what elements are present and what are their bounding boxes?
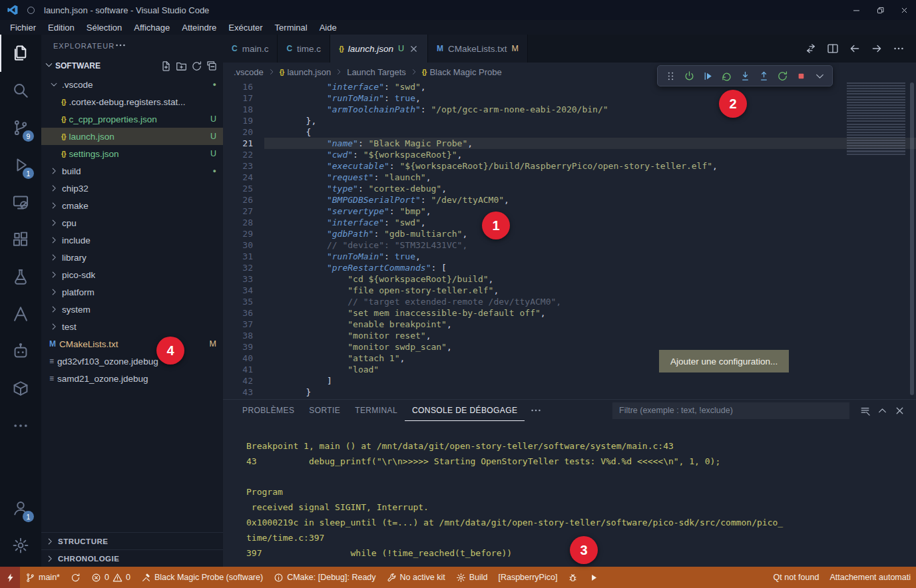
status-auto-attach[interactable]: Attachement automati (824, 567, 916, 588)
step-over-button[interactable] (699, 67, 716, 84)
code-line-44[interactable]: 44 ] (223, 398, 916, 399)
line-number[interactable]: 33 (223, 273, 264, 285)
code-line-33[interactable]: 33 "cd ${workspaceRoot}/build", (223, 273, 916, 285)
tab-main-c[interactable]: Cmain.c (223, 35, 278, 63)
panel-tab-sortie[interactable]: SORTIE (302, 400, 347, 421)
more-actions-icon[interactable] (893, 43, 905, 55)
maximize-panel-button[interactable] (873, 402, 891, 419)
clear-console-button[interactable] (856, 402, 873, 419)
code-line-29[interactable]: 29 "gdbPath": "gdb-multiarch", (223, 228, 916, 239)
line-number[interactable]: 37 (223, 319, 264, 330)
line-number[interactable]: 43 (223, 386, 264, 398)
menu-aide[interactable]: Aide (314, 23, 343, 33)
activity-search[interactable] (0, 72, 41, 109)
status-cmake-status[interactable]: CMake: [Debug]: Ready (268, 567, 381, 588)
activity-run-debug[interactable]: 1 (0, 146, 41, 184)
activity-testing[interactable] (0, 258, 41, 295)
code-line-23[interactable]: 23 "executable": "${workspaceRoot}/build… (223, 160, 916, 172)
tree-item-platform[interactable]: platform (41, 283, 223, 301)
code-line-35[interactable]: 35 // "target extended-remote /dev/ttyAC… (223, 296, 916, 307)
code-line-37[interactable]: 37 "enable breakpoint", (223, 319, 916, 330)
tree-item-samd21-ozone-jdebug[interactable]: ≡samd21_ozone.jdebug (41, 370, 223, 387)
breadcrumb-item-launch-targets[interactable]: Launch Targets (347, 67, 406, 77)
activity-account[interactable]: 1 (0, 490, 41, 527)
menu-ex-cuter[interactable]: Exécuter (222, 23, 268, 33)
line-number[interactable]: 27 (223, 206, 264, 217)
code-line-21[interactable]: 21 "name": "Black Magic Probe", (223, 138, 916, 149)
new-file-icon[interactable] (160, 61, 172, 72)
tree-item-library[interactable]: library (41, 249, 223, 266)
activity-settings[interactable] (0, 527, 41, 564)
code-line-40[interactable]: 40 "attach 1", (223, 353, 916, 364)
line-number[interactable]: 36 (223, 307, 264, 319)
continue-button[interactable] (680, 67, 698, 84)
code-line-43[interactable]: 43 } (223, 386, 916, 398)
step-into-button[interactable] (736, 67, 754, 84)
console-filter-input[interactable] (612, 402, 849, 419)
menu-fichier[interactable]: Fichier (4, 23, 42, 33)
status-remote[interactable] (0, 567, 20, 588)
line-number[interactable]: 30 (223, 239, 264, 251)
editor-scrollbar[interactable] (910, 82, 914, 395)
code-line-38[interactable]: 38 "monitor reset", (223, 330, 916, 341)
more-debug-actions-button[interactable] (811, 67, 828, 84)
split-editor-icon[interactable] (827, 43, 839, 55)
status-branch[interactable]: main* (20, 567, 65, 588)
tree-item-include[interactable]: include (41, 231, 223, 249)
code-line-25[interactable]: 25 "type": "cortex-debug", (223, 183, 916, 194)
restore-button[interactable] (868, 0, 892, 20)
code-line-34[interactable]: 34 "file open-story-teller.elf", (223, 285, 916, 296)
refresh-explorer-icon[interactable] (191, 61, 202, 72)
breadcrumb-item-vscode[interactable]: .vscode (234, 67, 264, 77)
code-line-18[interactable]: 18 "armToolchainPath": "/opt/gcc-arm-non… (223, 104, 916, 115)
code-line-24[interactable]: 24 "request": "launch", (223, 172, 916, 183)
code-editor[interactable]: 16 "interface": "swd",17 "runToMain": tr… (223, 81, 916, 399)
menu-s-lection[interactable]: Sélection (81, 23, 128, 33)
close-window-button[interactable] (892, 0, 916, 20)
status-build-target[interactable]: [RaspberryPico] (493, 567, 563, 588)
tree-item-cpu[interactable]: cpu (41, 214, 223, 231)
code-line-22[interactable]: 22 "cwd": "${workspaceRoot}", (223, 149, 916, 160)
tree-item-settings-json[interactable]: {}settings.jsonU (41, 145, 223, 162)
status-problems[interactable]: 00 (86, 567, 136, 588)
tab-cmakelists-txt[interactable]: MCMakeLists.txtM (428, 35, 528, 63)
tree-item-system[interactable]: system (41, 301, 223, 318)
step-out-button[interactable] (755, 67, 772, 84)
line-number[interactable]: 28 (223, 217, 264, 228)
line-number[interactable]: 32 (223, 262, 264, 273)
line-number[interactable]: 39 (223, 341, 264, 353)
line-number[interactable]: 26 (223, 194, 264, 206)
more-panel-tabs-icon[interactable] (530, 404, 542, 416)
activity-more[interactable] (0, 407, 41, 444)
tree-item-gd32vf103-ozone-jdebug[interactable]: ≡gd32vf103_ozone.jdebug (41, 353, 223, 370)
code-line-20[interactable]: 20 { (223, 126, 916, 138)
minimize-button[interactable] (844, 0, 868, 20)
close-tab-icon[interactable] (409, 44, 419, 54)
activity-extension-robot[interactable] (0, 333, 41, 370)
panel-tab-probl-mes[interactable]: PROBLÈMES (235, 400, 302, 421)
tree-item-cmake[interactable]: cmake (41, 197, 223, 214)
code-line-31[interactable]: 31 "runToMain": true, (223, 251, 916, 262)
code-line-32[interactable]: 32 "preRestartCommands": [ (223, 262, 916, 273)
restart-button[interactable] (774, 67, 791, 84)
status-debug[interactable] (563, 567, 583, 588)
tree-item-build[interactable]: build● (41, 162, 223, 180)
tree-item-test[interactable]: test (41, 318, 223, 335)
code-line-30[interactable]: 30 // "device": "STM32L431VC", (223, 239, 916, 251)
breadcrumb-item-black-magic-probe[interactable]: {}Black Magic Probe (422, 67, 502, 77)
menu-edition[interactable]: Edition (42, 23, 81, 33)
section-header-structure[interactable]: STRUCTURE (41, 532, 223, 549)
code-line-41[interactable]: 41 "load" (223, 364, 916, 375)
code-line-17[interactable]: 17 "runToMain": true, (223, 92, 916, 104)
status-qt-status[interactable]: Qt not found (768, 567, 825, 588)
section-header-chronologie[interactable]: CHRONOLOGIE (41, 549, 223, 567)
line-number[interactable]: 22 (223, 149, 264, 160)
panel-tab-console-de-d-bogage[interactable]: CONSOLE DE DÉBOGAGE (405, 400, 525, 421)
line-number[interactable]: 40 (223, 353, 264, 364)
breadcrumb-item-launch-json[interactable]: {}launch.json (280, 67, 331, 77)
line-number[interactable]: 21 (223, 138, 264, 149)
line-number[interactable]: 41 (223, 364, 264, 375)
tab-launch-json[interactable]: {}launch.jsonU (330, 35, 428, 63)
status-build[interactable]: Build (451, 567, 493, 588)
activity-explorer[interactable] (0, 35, 41, 72)
